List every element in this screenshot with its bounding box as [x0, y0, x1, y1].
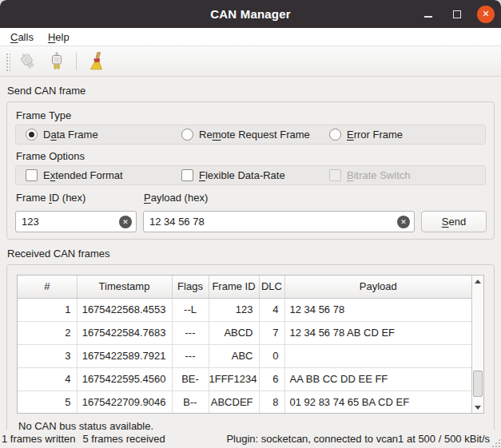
- col-header-frame-id[interactable]: Frame ID: [209, 276, 259, 298]
- arrow-down-icon: [475, 406, 481, 410]
- titlebar[interactable]: CAN Manager ✕: [0, 0, 501, 28]
- checkbox-icon: [181, 169, 193, 181]
- disconnect-button: [15, 50, 41, 73]
- cell-flags: ---: [172, 344, 209, 367]
- scrollbar-thumb[interactable]: [473, 371, 483, 397]
- menu-calls[interactable]: Calls: [3, 30, 41, 45]
- cell-frame-id: ABCD: [209, 321, 259, 344]
- col-header-dlc[interactable]: DLC: [259, 276, 284, 298]
- cell-flags: B--: [172, 391, 209, 414]
- radio-icon: [181, 129, 193, 141]
- cell-payload: AA BB CC DD EE FF: [284, 367, 471, 391]
- table-row[interactable]: 31675422589.7921---ABC0: [18, 344, 471, 367]
- col-header-flags[interactable]: Flags: [172, 276, 209, 298]
- frames-received-status: 5 frames received: [82, 433, 165, 445]
- cell-frame-id: ABC: [209, 344, 259, 367]
- cell-dlc: 4: [259, 298, 284, 321]
- cell-timestamp: 1675422568.4553: [77, 298, 172, 321]
- frames-written-status: 1 frames written: [2, 433, 75, 445]
- bus-status-text: No CAN bus status available.: [18, 420, 484, 430]
- statusbar: 1 frames written 5 frames received Plugi…: [0, 430, 501, 448]
- frame-options: Extended Format Flexible Data-Rate Bitra…: [15, 165, 486, 185]
- cell-flags: --L: [172, 298, 209, 321]
- radio-icon: [329, 129, 341, 141]
- col-header-timestamp[interactable]: Timestamp: [77, 276, 172, 298]
- clear-button[interactable]: [83, 50, 109, 73]
- table-row[interactable]: 21675422584.7683---ABCD712 34 56 78 AB C…: [18, 321, 471, 344]
- plug-disconnected-icon: [18, 52, 38, 71]
- table-row[interactable]: 51675422709.9046B--ABCDEF801 92 83 74 65…: [18, 391, 471, 414]
- checkbox-bitrate-switch: Bitrate Switch: [329, 169, 485, 181]
- toolbar-separator: [76, 53, 77, 70]
- resize-grip[interactable]: [491, 438, 500, 447]
- radio-remote-request-frame[interactable]: Remote Request Frame: [181, 129, 329, 141]
- checkbox-icon: [26, 169, 38, 181]
- cell-payload: 12 34 56 78: [284, 298, 471, 321]
- scrollbar-track[interactable]: [472, 287, 483, 402]
- menu-help[interactable]: Help: [41, 30, 77, 45]
- payload-input[interactable]: [143, 211, 415, 232]
- cell-index: 3: [18, 344, 77, 367]
- close-button[interactable]: ✕: [477, 6, 495, 23]
- maximize-button[interactable]: [448, 6, 466, 23]
- frames-table: # Timestamp Flags Frame ID DLC Payload 1…: [17, 275, 484, 414]
- plug-connected-icon: [47, 52, 66, 71]
- maximize-icon: [453, 10, 461, 18]
- menubar: Calls Help: [0, 28, 501, 46]
- cell-frame-id: 123: [209, 298, 259, 321]
- table-row[interactable]: 11675422568.4553--L123412 34 56 78: [18, 298, 471, 321]
- radio-data-frame[interactable]: Data Frame: [26, 129, 181, 141]
- payload-label: Payload (hex): [144, 192, 415, 204]
- cell-flags: ---: [172, 321, 209, 344]
- minimize-icon: [424, 16, 432, 18]
- table-scrollbar[interactable]: [471, 276, 483, 413]
- toolbar: [0, 46, 501, 77]
- radio-selected-icon: [26, 129, 38, 141]
- main-content: Send CAN frame Frame Type Data Frame Rem…: [0, 77, 501, 430]
- cell-index: 2: [18, 321, 77, 344]
- arrow-up-icon: [475, 280, 481, 283]
- clear-payload-icon[interactable]: ✕: [397, 216, 410, 228]
- send-frame-title: Send CAN frame: [7, 85, 495, 97]
- toolbar-drag-handle[interactable]: [5, 52, 10, 71]
- cell-flags: BE-: [172, 367, 209, 391]
- minimize-button[interactable]: [419, 6, 437, 23]
- broom-icon: [86, 52, 105, 71]
- frame-options-label: Frame Options: [16, 150, 486, 162]
- table-header-row: # Timestamp Flags Frame ID DLC Payload: [18, 276, 471, 298]
- checkbox-flexible-data-rate[interactable]: Flexible Data-Rate: [181, 169, 329, 181]
- received-frames-title: Received CAN frames: [7, 248, 495, 260]
- cell-payload: 01 92 83 74 65 BA CD EF: [284, 391, 471, 414]
- frame-type-label: Frame Type: [16, 109, 486, 121]
- plugin-status: Plugin: socketcan, connected to vcan1 at…: [226, 433, 490, 445]
- cell-index: 4: [18, 367, 77, 391]
- window-controls: ✕: [419, 0, 495, 28]
- cell-frame-id: 1FFF1234: [209, 367, 259, 391]
- col-header-payload[interactable]: Payload: [284, 276, 471, 298]
- col-header-index[interactable]: #: [18, 276, 77, 298]
- checkbox-extended-format[interactable]: Extended Format: [26, 169, 181, 181]
- radio-error-frame[interactable]: Error Frame: [329, 129, 485, 141]
- received-frames-group: # Timestamp Flags Frame ID DLC Payload 1…: [6, 264, 495, 430]
- frame-io: Frame ID (hex) Payload (hex) ✕ ✕ Send: [15, 191, 486, 232]
- cell-timestamp: 1675422589.7921: [77, 344, 172, 367]
- cell-index: 1: [18, 298, 77, 321]
- cell-dlc: 6: [259, 367, 284, 391]
- cell-timestamp: 1675422584.7683: [77, 321, 172, 344]
- send-button[interactable]: Send: [421, 211, 487, 232]
- cell-payload: 12 34 56 78 AB CD EF: [284, 321, 471, 344]
- cell-timestamp: 1675422595.4560: [77, 367, 172, 391]
- connect-button[interactable]: [44, 50, 70, 73]
- cell-timestamp: 1675422709.9046: [77, 391, 172, 414]
- clear-frame-id-icon[interactable]: ✕: [119, 216, 132, 228]
- frames-table-body: 11675422568.4553--L123412 34 56 78216754…: [18, 298, 471, 414]
- cell-dlc: 0: [259, 344, 284, 367]
- close-icon: ✕: [482, 10, 489, 18]
- can-manager-window: CAN Manager ✕ Calls Help: [0, 0, 501, 448]
- table-row[interactable]: 41675422595.4560BE-1FFF12346AA BB CC DD …: [18, 367, 471, 391]
- scroll-down-button[interactable]: [472, 402, 483, 413]
- send-frame-group: Frame Type Data Frame Remote Request Fra…: [6, 101, 495, 240]
- cell-payload: [284, 344, 471, 367]
- scroll-up-button[interactable]: [472, 276, 483, 287]
- frame-type-options: Data Frame Remote Request Frame Error Fr…: [15, 125, 486, 145]
